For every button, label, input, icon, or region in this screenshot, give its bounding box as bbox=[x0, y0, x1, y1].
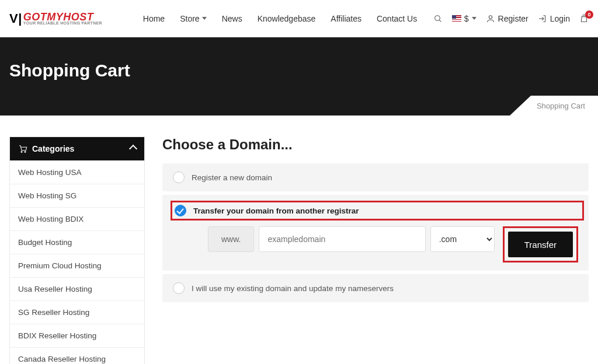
sidebar-item[interactable]: Budget Hosting bbox=[10, 230, 144, 254]
sidebar-item[interactable]: BDIX Reseller Hosting bbox=[10, 324, 144, 347]
sidebar-item[interactable]: Web Hosting USA bbox=[10, 160, 144, 184]
transfer-button[interactable]: Transfer bbox=[508, 232, 573, 257]
us-flag-icon bbox=[452, 15, 461, 22]
nav-store[interactable]: Store bbox=[180, 14, 206, 23]
chevron-up-icon bbox=[129, 145, 137, 153]
svg-point-4 bbox=[25, 151, 26, 152]
svg-line-1 bbox=[439, 20, 441, 22]
cart-badge: 0 bbox=[585, 10, 593, 19]
categories-toggle[interactable]: Categories bbox=[10, 137, 144, 160]
nav-affiliates[interactable]: Affiliates bbox=[331, 14, 361, 23]
logo-mark: V| bbox=[9, 11, 22, 26]
sidebar-item[interactable]: SG Reseller Hosting bbox=[10, 300, 144, 324]
categories-list: Web Hosting USA Web Hosting SG Web Hosti… bbox=[10, 160, 144, 364]
nav-knowledgebase[interactable]: Knowledgebase bbox=[258, 14, 316, 23]
svg-point-2 bbox=[489, 15, 492, 18]
topbar: V| GOTMYHOST YOUR RELIABLE HOSTING PARTN… bbox=[0, 0, 598, 37]
option-label: Transfer your domain from another regist… bbox=[193, 206, 359, 215]
categories-sidebar: Categories Web Hosting USA Web Hosting S… bbox=[9, 136, 145, 364]
option-existing-domain[interactable]: I will use my existing domain and update… bbox=[162, 274, 589, 302]
tld-select[interactable]: .com bbox=[430, 226, 495, 252]
logo[interactable]: V| GOTMYHOST YOUR RELIABLE HOSTING PARTN… bbox=[9, 11, 102, 26]
option-register-domain[interactable]: Register a new domain bbox=[162, 163, 589, 191]
nav-news[interactable]: News bbox=[222, 14, 242, 23]
cart-button[interactable]: 0 bbox=[579, 14, 589, 23]
categories-title: Categories bbox=[32, 144, 74, 153]
sidebar-item[interactable]: Web Hosting BDIX bbox=[10, 207, 144, 230]
domain-chooser: Choose a Domain... Register a new domain… bbox=[162, 136, 589, 364]
option-transfer-domain[interactable]: Transfer your domain from another regist… bbox=[162, 195, 589, 271]
svg-point-3 bbox=[21, 151, 22, 152]
chevron-down-icon bbox=[202, 17, 207, 20]
login-icon bbox=[538, 14, 547, 23]
radio-checked-icon bbox=[175, 205, 186, 216]
sidebar-item[interactable]: Usa Reseller Hosting bbox=[10, 277, 144, 300]
domain-prefix: www. bbox=[208, 226, 254, 252]
sidebar-item[interactable]: Premium Cloud Hosting bbox=[10, 254, 144, 277]
highlight-box: Transfer your domain from another regist… bbox=[171, 201, 584, 220]
option-label: Register a new domain bbox=[192, 173, 272, 182]
topbar-right: $ Register Login 0 bbox=[433, 14, 589, 23]
cart-icon bbox=[18, 144, 27, 153]
nav-home[interactable]: Home bbox=[143, 14, 165, 23]
sidebar-item[interactable]: Canada Reseller Hosting bbox=[10, 347, 144, 364]
page-banner: Shopping Cart Shopping Cart bbox=[0, 37, 598, 116]
transfer-form: www. .com Transfer bbox=[173, 226, 578, 262]
register-link[interactable]: Register bbox=[486, 14, 529, 23]
sidebar-item[interactable]: Web Hosting SG bbox=[10, 184, 144, 207]
svg-point-0 bbox=[434, 15, 440, 20]
highlight-box: Transfer bbox=[503, 226, 578, 262]
search-icon bbox=[433, 14, 443, 23]
login-link[interactable]: Login bbox=[538, 14, 570, 23]
user-icon bbox=[486, 14, 495, 23]
domain-input[interactable] bbox=[259, 226, 425, 252]
page-title: Shopping Cart bbox=[9, 61, 589, 80]
search-button[interactable] bbox=[433, 14, 443, 23]
radio-unchecked-icon bbox=[173, 282, 185, 294]
main-nav: Home Store News Knowledgebase Affiliates… bbox=[143, 14, 417, 23]
radio-unchecked-icon bbox=[173, 172, 185, 183]
chevron-down-icon bbox=[472, 17, 477, 20]
currency-switch[interactable]: $ bbox=[452, 14, 477, 23]
option-label: I will use my existing domain and update… bbox=[192, 284, 394, 293]
nav-contact[interactable]: Contact Us bbox=[377, 14, 417, 23]
breadcrumb: Shopping Cart bbox=[510, 96, 598, 116]
section-heading: Choose a Domain... bbox=[162, 136, 589, 153]
logo-tagline: YOUR RELIABLE HOSTING PARTNER bbox=[23, 21, 102, 25]
breadcrumb-current: Shopping Cart bbox=[531, 96, 598, 116]
